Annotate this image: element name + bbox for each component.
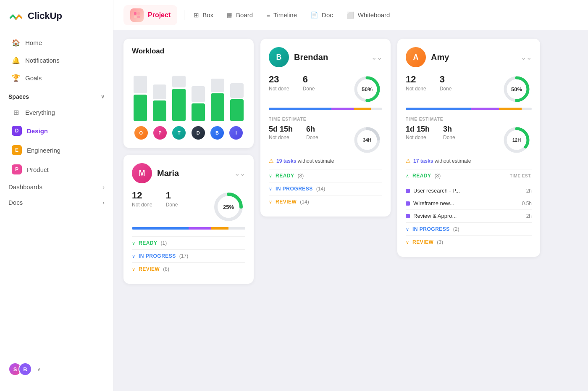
sidebar-item-everything[interactable]: ⊞ Everything xyxy=(3,104,110,121)
maria-review-toggle[interactable]: ∨ REVIEW (8) xyxy=(132,262,245,275)
tab-whiteboard[interactable]: ⬜ Whiteboard xyxy=(341,8,396,22)
amy-review-chevron: ∨ xyxy=(406,240,409,245)
tab-doc[interactable]: 📄 Doc xyxy=(304,8,339,22)
docs-item[interactable]: Docs › xyxy=(0,195,113,210)
maria-ready-toggle[interactable]: ∨ READY (1) xyxy=(132,236,245,249)
amy-review-count: (3) xyxy=(437,239,443,245)
svg-rect-1 xyxy=(134,12,136,15)
dashboards-item[interactable]: Dashboards › xyxy=(0,179,113,195)
brendan-done-label: Done xyxy=(303,86,315,92)
sidebar-item-design[interactable]: D Design xyxy=(3,122,110,140)
sidebar-item-goals-label: Goals xyxy=(25,74,42,82)
amy-task-list: User research - P... 2h Wireframe new...… xyxy=(406,185,532,222)
brendan-avatar: B xyxy=(269,47,289,67)
sidebar-bottom: S B ∨ xyxy=(0,356,113,383)
amy-warning-count[interactable]: 17 tasks xyxy=(413,158,433,164)
brendan-done-number: 6 xyxy=(303,74,315,85)
spaces-label: Spaces xyxy=(8,93,29,100)
user-avatars: S B xyxy=(8,362,32,376)
amy-inprogress-toggle[interactable]: ∨ IN PROGRESS (2) xyxy=(406,222,532,235)
bar-stack xyxy=(172,76,186,121)
maria-inprogress-count: (17) xyxy=(179,253,188,259)
maria-inprogress-label: IN PROGRESS xyxy=(139,253,176,259)
tab-timeline[interactable]: ≡ Timeline xyxy=(260,8,303,22)
maria-done-label: Done xyxy=(166,202,178,208)
amy-chevron-icon[interactable]: ⌄⌄ xyxy=(521,53,532,61)
brendan-time-donut-label: 34H xyxy=(363,137,371,143)
sidebar-item-everything-label: Everything xyxy=(25,109,55,116)
tab-box[interactable]: ⊞ Box xyxy=(188,8,219,22)
brendan-ready-toggle[interactable]: ∨ READY (8) xyxy=(269,169,382,182)
board-icon: ▦ xyxy=(227,11,233,19)
bar-group xyxy=(192,86,205,122)
brendan-review-count: (14) xyxy=(300,199,309,205)
amy-not-done-label: Not done xyxy=(406,86,426,92)
amy-ready-toggle[interactable]: ∧ READY (8) TIME EST. xyxy=(406,169,532,182)
brendan-chevron-icon[interactable]: ⌄⌄ xyxy=(371,53,382,61)
tab-whiteboard-label: Whiteboard xyxy=(358,11,390,18)
sidebar-item-engineering[interactable]: E Engineering xyxy=(3,141,110,159)
amy-review-toggle[interactable]: ∨ REVIEW (3) xyxy=(406,235,532,248)
brendan-donut: 50% xyxy=(352,74,382,104)
brendan-card-header: B Brendan ⌄⌄ xyxy=(269,47,382,67)
amy-ready-count: (8) xyxy=(435,173,441,179)
amy-time-est-header: TIME ESTIMATE xyxy=(406,117,532,122)
bar-green xyxy=(230,99,244,122)
bar-green xyxy=(153,100,166,121)
brendan-time-done: 6h Done xyxy=(306,125,318,140)
brendan-not-done-label: Not done xyxy=(269,86,289,92)
bar-green xyxy=(134,95,147,121)
bar-gray xyxy=(172,76,186,87)
brendan-time-stats: 5d 15h Not done 6h Done 34H xyxy=(269,125,382,155)
maria-pb-purple xyxy=(189,227,211,230)
bar-gray xyxy=(192,86,205,103)
maria-done-stat: 1 Done xyxy=(166,190,178,208)
sidebar-item-goals[interactable]: 🏆 Goals xyxy=(3,69,110,86)
spaces-chevron-icon[interactable]: ∨ xyxy=(101,94,105,100)
workload-card: Workload xyxy=(123,39,254,148)
amy-avatar: A xyxy=(406,47,426,67)
amy-card: A Amy ⌄⌄ 12 Not done 3 Done xyxy=(397,39,540,257)
brendan-time-donut-wrapper: 34H xyxy=(352,125,382,155)
task-row-1: User research - P... 2h xyxy=(406,185,532,197)
maria-ready-count: (1) xyxy=(161,240,167,246)
brendan-inprogress-toggle[interactable]: ∨ IN PROGRESS (14) xyxy=(269,182,382,195)
maria-done-number: 1 xyxy=(166,190,178,201)
sidebar-item-notifications[interactable]: 🔔 Notifications xyxy=(3,52,110,69)
amy-time-not-done-value: 1d 15h xyxy=(406,125,430,134)
bar-gray xyxy=(230,83,244,98)
brendan-review-toggle[interactable]: ∨ REVIEW (14) xyxy=(269,195,382,208)
maria-review-count: (8) xyxy=(163,266,169,272)
everything-icon: ⊞ xyxy=(12,108,20,116)
docs-chevron-icon: › xyxy=(102,199,105,206)
workload-avatar: D xyxy=(192,126,205,140)
sidebar-item-product[interactable]: P Product xyxy=(3,160,110,179)
amy-donut-wrapper: 50% xyxy=(501,74,532,104)
amy-pb-purple xyxy=(471,108,499,110)
bar-gray xyxy=(134,76,147,93)
tab-board[interactable]: ▦ Board xyxy=(221,8,259,22)
brendan-review-label: REVIEW xyxy=(276,199,297,205)
maria-chevron-icon[interactable]: ⌄⌄ xyxy=(234,169,245,177)
amy-done-number: 3 xyxy=(440,74,452,85)
workload-avatar: I xyxy=(229,126,243,140)
amy-time-done: 3h Done xyxy=(443,125,455,140)
clickup-logo-icon xyxy=(8,8,24,24)
maria-inprogress-toggle[interactable]: ∨ IN PROGRESS (17) xyxy=(132,249,245,262)
maria-donut: 25% xyxy=(212,190,245,224)
workload-avatar: P xyxy=(153,126,167,140)
brendan-warning-count[interactable]: 19 tasks xyxy=(276,158,296,164)
sidebar-bottom-chevron[interactable]: ∨ xyxy=(37,366,41,372)
main-content: Project ⊞ Box ▦ Board ≡ Timeline 📄 Doc ⬜… xyxy=(113,0,588,391)
task-name-2: Wireframe new... xyxy=(413,200,519,206)
amy-time-not-done-label: Not done xyxy=(406,135,430,140)
top-navigation: Project ⊞ Box ▦ Board ≡ Timeline 📄 Doc ⬜… xyxy=(113,0,588,30)
sidebar-item-home[interactable]: 🏠 Home xyxy=(3,34,110,51)
home-icon: 🏠 xyxy=(12,38,20,47)
bar-group xyxy=(134,76,147,121)
amy-time-est-col-header: TIME EST. xyxy=(510,174,532,178)
brendan-ready-count: (8) xyxy=(298,173,304,179)
tab-project[interactable]: Project xyxy=(123,5,177,25)
brendan-time-donut: 34H xyxy=(352,125,382,155)
brendan-name: Brendan xyxy=(294,53,328,62)
